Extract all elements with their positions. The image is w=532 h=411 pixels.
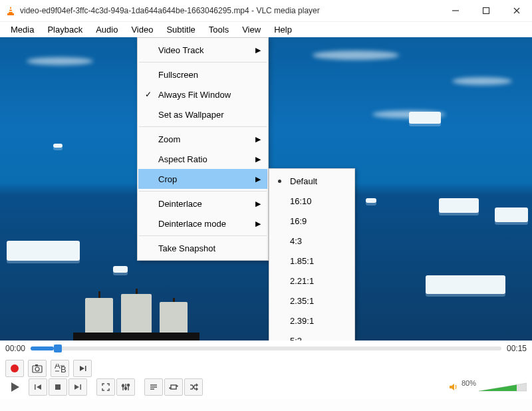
equalizer-icon [121, 382, 130, 392]
svg-point-19 [122, 385, 124, 387]
svg-rect-1 [9, 9, 12, 10]
crop-menu-item-4-3[interactable]: 4:3 [270, 231, 354, 251]
svg-rect-14 [55, 384, 61, 390]
svg-rect-0 [7, 13, 14, 15]
fullscreen-icon [101, 382, 110, 392]
window-title: video-ed9f04ef-3ffc-4c3d-949a-1da644a644… [20, 6, 440, 15]
svg-rect-9 [35, 364, 38, 366]
svg-rect-4 [483, 8, 489, 14]
crop-menu-item-default[interactable]: Default [270, 171, 354, 191]
seekbar: 00:00 00:15 [0, 341, 532, 356]
menu-subtitle[interactable]: Subtitle [160, 23, 201, 36]
time-total: 00:15 [507, 344, 527, 353]
svg-rect-2 [9, 11, 13, 13]
minimize-button[interactable] [440, 0, 471, 21]
menu-video[interactable]: Video [124, 23, 160, 36]
svg-rect-12 [85, 366, 86, 371]
vlc-cone-icon [5, 5, 16, 16]
time-current: 00:00 [5, 344, 25, 353]
submenu-arrow-icon: ▶ [255, 46, 261, 55]
record-button[interactable] [5, 360, 24, 377]
volume-percent: 80% [462, 379, 476, 387]
play-button[interactable] [5, 378, 24, 396]
video-menu-item-crop[interactable]: Crop▶ [138, 169, 267, 189]
video-menu-item-fullscreen[interactable]: Fullscreen [138, 65, 267, 84]
crop-menu-item-2-35-1[interactable]: 2.35:1 [270, 291, 354, 311]
crop-menu-item-1-85-1[interactable]: 1.85:1 [270, 251, 354, 271]
svg-rect-15 [80, 384, 82, 390]
stop-button[interactable] [49, 378, 67, 396]
previous-button[interactable] [29, 378, 47, 396]
camera-icon [32, 364, 43, 373]
svg-point-8 [35, 367, 39, 371]
crop-menu-item-16-9[interactable]: 16:9 [270, 211, 354, 231]
speaker-icon[interactable] [448, 382, 459, 392]
fullscreen-button[interactable] [96, 378, 115, 396]
video-menu-item-take-snapshot[interactable]: Take Snapshot [138, 238, 267, 258]
menu-view[interactable]: View [235, 23, 267, 36]
video-menu-item-aspect-ratio[interactable]: Aspect Ratio▶ [138, 149, 267, 169]
play-icon [9, 381, 21, 393]
video-menu-item-video-track[interactable]: Video Track▶ [138, 40, 267, 60]
submenu-arrow-icon: ▶ [255, 135, 261, 144]
shuffle-button[interactable] [184, 378, 203, 396]
menu-tools[interactable]: Tools [202, 23, 235, 36]
video-menu-item-always-fit-window[interactable]: ✓Always Fit Window [138, 84, 267, 104]
playlist-button[interactable] [144, 378, 163, 396]
menu-media[interactable]: Media [4, 23, 41, 36]
previous-icon [33, 382, 43, 392]
svg-point-20 [125, 388, 127, 390]
maximize-button[interactable] [471, 0, 501, 21]
video-dropdown-menu: Video Track▶Fullscreen✓Always Fit Window… [137, 37, 269, 261]
video-menu-item-zoom[interactable]: Zoom▶ [138, 129, 267, 149]
loop-ab-icon: AB [54, 364, 66, 373]
check-icon: ✓ [145, 90, 152, 99]
seek-fill [31, 346, 54, 350]
loop-ab-button[interactable]: AB [51, 360, 69, 377]
video-menu-item-deinterlace[interactable]: Deinterlace▶ [138, 194, 267, 213]
next-button[interactable] [68, 378, 87, 396]
video-menu-item-set-as-wallpaper[interactable]: Set as Wallpaper [138, 104, 267, 124]
svg-rect-13 [35, 384, 36, 390]
menu-help[interactable]: Help [267, 23, 299, 36]
toolbar: AB 80% [0, 356, 532, 399]
submenu-arrow-icon: ▶ [255, 219, 261, 228]
svg-point-21 [128, 384, 130, 386]
video-menu-item-deinterlace-mode[interactable]: Deinterlace mode▶ [138, 213, 267, 233]
shuffle-icon [189, 382, 198, 392]
submenu-arrow-icon: ▶ [255, 200, 261, 208]
bullet-icon [278, 180, 281, 183]
ship-graphic [73, 290, 200, 341]
crop-menu-item-5-3[interactable]: 5:3 [270, 331, 354, 341]
seek-knob[interactable] [54, 344, 62, 352]
crop-menu-item-2-39-1[interactable]: 2.39:1 [270, 311, 354, 331]
volume-control: 80% [448, 382, 527, 392]
seek-track[interactable] [31, 346, 501, 350]
crop-menu-item-16-10[interactable]: 16:10 [270, 191, 354, 211]
crop-menu-item-2-21-1[interactable]: 2.21:1 [270, 271, 354, 291]
playlist-icon [149, 382, 158, 392]
frame-step-icon [78, 364, 87, 373]
loop-icon [169, 382, 178, 392]
menu-playback[interactable]: Playback [41, 23, 89, 36]
extended-settings-button[interactable] [116, 378, 135, 396]
crop-submenu: Default16:1016:94:31.85:12.21:12.35:12.3… [269, 168, 355, 341]
record-icon [11, 364, 19, 372]
snapshot-button[interactable] [28, 360, 47, 377]
frame-step-button[interactable] [73, 360, 92, 377]
menu-audio[interactable]: Audio [89, 23, 124, 36]
volume-slider[interactable] [479, 382, 527, 392]
close-button[interactable] [501, 0, 532, 21]
loop-button[interactable] [164, 378, 183, 396]
svg-text:A: A [55, 364, 61, 370]
next-icon [73, 382, 82, 392]
submenu-arrow-icon: ▶ [255, 175, 261, 184]
stop-icon [53, 382, 63, 392]
titlebar: video-ed9f04ef-3ffc-4c3d-949a-1da644a644… [0, 0, 532, 21]
menubar: Media Playback Audio Video Subtitle Tool… [0, 21, 532, 37]
video-area[interactable]: Video Track▶Fullscreen✓Always Fit Window… [0, 37, 532, 341]
window-controls [440, 0, 532, 21]
submenu-arrow-icon: ▶ [255, 155, 261, 164]
